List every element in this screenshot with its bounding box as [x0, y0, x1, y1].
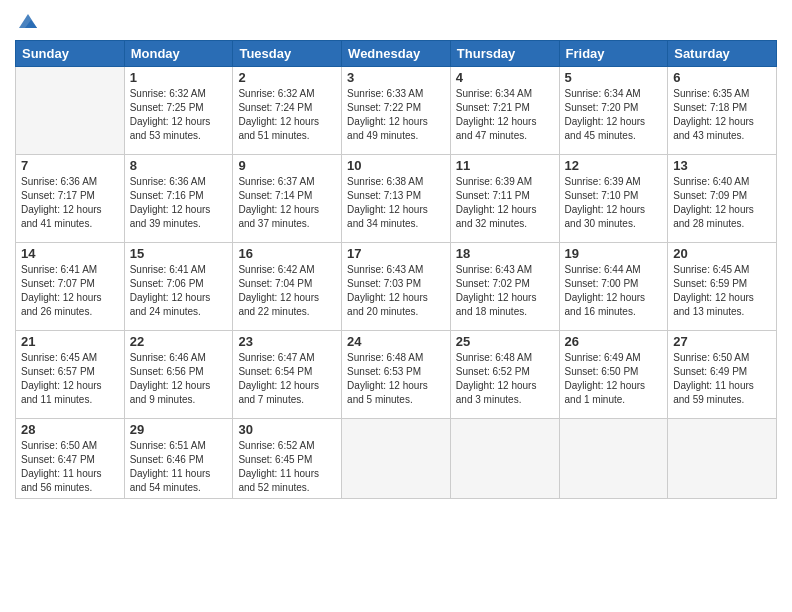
day-number: 21	[21, 334, 119, 349]
cell-content: Sunrise: 6:33 AMSunset: 7:22 PMDaylight:…	[347, 87, 445, 143]
cell-content: Sunrise: 6:36 AMSunset: 7:16 PMDaylight:…	[130, 175, 228, 231]
day-number: 6	[673, 70, 771, 85]
day-number: 28	[21, 422, 119, 437]
calendar-cell: 26Sunrise: 6:49 AMSunset: 6:50 PMDayligh…	[559, 331, 668, 419]
day-number: 12	[565, 158, 663, 173]
calendar-cell	[668, 419, 777, 499]
cell-content: Sunrise: 6:43 AMSunset: 7:02 PMDaylight:…	[456, 263, 554, 319]
day-number: 4	[456, 70, 554, 85]
day-number: 11	[456, 158, 554, 173]
calendar-cell: 5Sunrise: 6:34 AMSunset: 7:20 PMDaylight…	[559, 67, 668, 155]
calendar-cell: 14Sunrise: 6:41 AMSunset: 7:07 PMDayligh…	[16, 243, 125, 331]
day-number: 25	[456, 334, 554, 349]
logo	[15, 10, 39, 32]
calendar-cell: 17Sunrise: 6:43 AMSunset: 7:03 PMDayligh…	[342, 243, 451, 331]
day-number: 18	[456, 246, 554, 261]
calendar-cell: 28Sunrise: 6:50 AMSunset: 6:47 PMDayligh…	[16, 419, 125, 499]
calendar-day-header: Tuesday	[233, 41, 342, 67]
cell-content: Sunrise: 6:44 AMSunset: 7:00 PMDaylight:…	[565, 263, 663, 319]
calendar-cell: 29Sunrise: 6:51 AMSunset: 6:46 PMDayligh…	[124, 419, 233, 499]
calendar-cell	[16, 67, 125, 155]
calendar-cell: 22Sunrise: 6:46 AMSunset: 6:56 PMDayligh…	[124, 331, 233, 419]
cell-content: Sunrise: 6:39 AMSunset: 7:10 PMDaylight:…	[565, 175, 663, 231]
calendar-day-header: Wednesday	[342, 41, 451, 67]
calendar-cell: 18Sunrise: 6:43 AMSunset: 7:02 PMDayligh…	[450, 243, 559, 331]
calendar-cell: 8Sunrise: 6:36 AMSunset: 7:16 PMDaylight…	[124, 155, 233, 243]
calendar-day-header: Thursday	[450, 41, 559, 67]
calendar-header-row: SundayMondayTuesdayWednesdayThursdayFrid…	[16, 41, 777, 67]
calendar-cell: 1Sunrise: 6:32 AMSunset: 7:25 PMDaylight…	[124, 67, 233, 155]
calendar-cell: 13Sunrise: 6:40 AMSunset: 7:09 PMDayligh…	[668, 155, 777, 243]
calendar-table: SundayMondayTuesdayWednesdayThursdayFrid…	[15, 40, 777, 499]
calendar-cell: 2Sunrise: 6:32 AMSunset: 7:24 PMDaylight…	[233, 67, 342, 155]
cell-content: Sunrise: 6:41 AMSunset: 7:06 PMDaylight:…	[130, 263, 228, 319]
calendar-week-row: 28Sunrise: 6:50 AMSunset: 6:47 PMDayligh…	[16, 419, 777, 499]
cell-content: Sunrise: 6:51 AMSunset: 6:46 PMDaylight:…	[130, 439, 228, 495]
day-number: 7	[21, 158, 119, 173]
calendar-cell: 10Sunrise: 6:38 AMSunset: 7:13 PMDayligh…	[342, 155, 451, 243]
calendar-cell: 4Sunrise: 6:34 AMSunset: 7:21 PMDaylight…	[450, 67, 559, 155]
day-number: 9	[238, 158, 336, 173]
cell-content: Sunrise: 6:46 AMSunset: 6:56 PMDaylight:…	[130, 351, 228, 407]
calendar-cell: 24Sunrise: 6:48 AMSunset: 6:53 PMDayligh…	[342, 331, 451, 419]
calendar-cell: 3Sunrise: 6:33 AMSunset: 7:22 PMDaylight…	[342, 67, 451, 155]
day-number: 26	[565, 334, 663, 349]
calendar-week-row: 14Sunrise: 6:41 AMSunset: 7:07 PMDayligh…	[16, 243, 777, 331]
cell-content: Sunrise: 6:35 AMSunset: 7:18 PMDaylight:…	[673, 87, 771, 143]
header	[15, 10, 777, 32]
calendar-cell: 20Sunrise: 6:45 AMSunset: 6:59 PMDayligh…	[668, 243, 777, 331]
day-number: 30	[238, 422, 336, 437]
calendar-cell	[559, 419, 668, 499]
calendar-cell: 15Sunrise: 6:41 AMSunset: 7:06 PMDayligh…	[124, 243, 233, 331]
cell-content: Sunrise: 6:42 AMSunset: 7:04 PMDaylight:…	[238, 263, 336, 319]
cell-content: Sunrise: 6:48 AMSunset: 6:53 PMDaylight:…	[347, 351, 445, 407]
calendar-day-header: Saturday	[668, 41, 777, 67]
calendar-day-header: Sunday	[16, 41, 125, 67]
calendar-cell	[450, 419, 559, 499]
calendar-day-header: Monday	[124, 41, 233, 67]
calendar-cell	[342, 419, 451, 499]
day-number: 1	[130, 70, 228, 85]
calendar-cell: 25Sunrise: 6:48 AMSunset: 6:52 PMDayligh…	[450, 331, 559, 419]
cell-content: Sunrise: 6:52 AMSunset: 6:45 PMDaylight:…	[238, 439, 336, 495]
calendar-cell: 23Sunrise: 6:47 AMSunset: 6:54 PMDayligh…	[233, 331, 342, 419]
day-number: 3	[347, 70, 445, 85]
cell-content: Sunrise: 6:45 AMSunset: 6:57 PMDaylight:…	[21, 351, 119, 407]
calendar-day-header: Friday	[559, 41, 668, 67]
day-number: 29	[130, 422, 228, 437]
calendar-cell: 12Sunrise: 6:39 AMSunset: 7:10 PMDayligh…	[559, 155, 668, 243]
day-number: 8	[130, 158, 228, 173]
cell-content: Sunrise: 6:32 AMSunset: 7:24 PMDaylight:…	[238, 87, 336, 143]
cell-content: Sunrise: 6:43 AMSunset: 7:03 PMDaylight:…	[347, 263, 445, 319]
day-number: 17	[347, 246, 445, 261]
cell-content: Sunrise: 6:50 AMSunset: 6:49 PMDaylight:…	[673, 351, 771, 407]
cell-content: Sunrise: 6:37 AMSunset: 7:14 PMDaylight:…	[238, 175, 336, 231]
cell-content: Sunrise: 6:40 AMSunset: 7:09 PMDaylight:…	[673, 175, 771, 231]
cell-content: Sunrise: 6:48 AMSunset: 6:52 PMDaylight:…	[456, 351, 554, 407]
calendar-cell: 16Sunrise: 6:42 AMSunset: 7:04 PMDayligh…	[233, 243, 342, 331]
calendar-cell: 27Sunrise: 6:50 AMSunset: 6:49 PMDayligh…	[668, 331, 777, 419]
calendar-cell: 21Sunrise: 6:45 AMSunset: 6:57 PMDayligh…	[16, 331, 125, 419]
day-number: 13	[673, 158, 771, 173]
calendar-cell: 11Sunrise: 6:39 AMSunset: 7:11 PMDayligh…	[450, 155, 559, 243]
cell-content: Sunrise: 6:50 AMSunset: 6:47 PMDaylight:…	[21, 439, 119, 495]
day-number: 24	[347, 334, 445, 349]
logo-icon	[17, 10, 39, 32]
day-number: 2	[238, 70, 336, 85]
cell-content: Sunrise: 6:47 AMSunset: 6:54 PMDaylight:…	[238, 351, 336, 407]
calendar-cell: 7Sunrise: 6:36 AMSunset: 7:17 PMDaylight…	[16, 155, 125, 243]
cell-content: Sunrise: 6:45 AMSunset: 6:59 PMDaylight:…	[673, 263, 771, 319]
cell-content: Sunrise: 6:41 AMSunset: 7:07 PMDaylight:…	[21, 263, 119, 319]
day-number: 10	[347, 158, 445, 173]
day-number: 19	[565, 246, 663, 261]
cell-content: Sunrise: 6:38 AMSunset: 7:13 PMDaylight:…	[347, 175, 445, 231]
day-number: 20	[673, 246, 771, 261]
cell-content: Sunrise: 6:34 AMSunset: 7:21 PMDaylight:…	[456, 87, 554, 143]
calendar-cell: 9Sunrise: 6:37 AMSunset: 7:14 PMDaylight…	[233, 155, 342, 243]
day-number: 15	[130, 246, 228, 261]
calendar-week-row: 21Sunrise: 6:45 AMSunset: 6:57 PMDayligh…	[16, 331, 777, 419]
day-number: 16	[238, 246, 336, 261]
day-number: 23	[238, 334, 336, 349]
calendar-week-row: 7Sunrise: 6:36 AMSunset: 7:17 PMDaylight…	[16, 155, 777, 243]
day-number: 5	[565, 70, 663, 85]
